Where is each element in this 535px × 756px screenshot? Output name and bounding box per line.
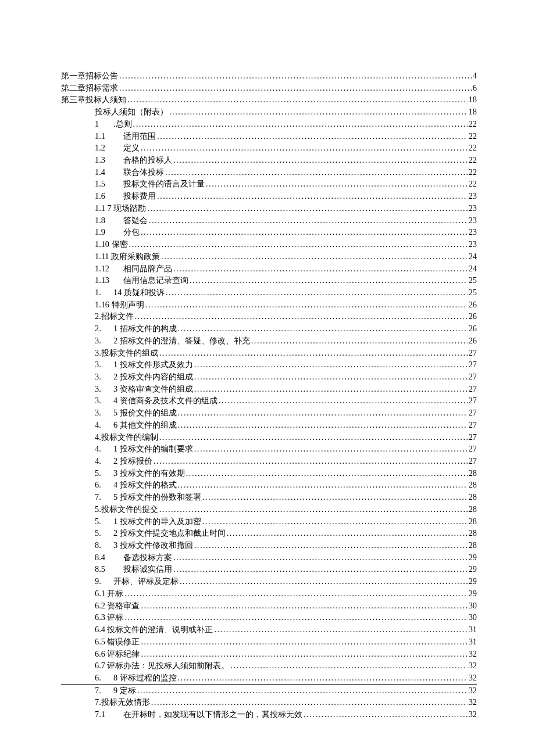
toc-number: 9. — [95, 575, 113, 587]
toc-leader-dots — [190, 274, 468, 286]
toc-leader-dots — [137, 685, 468, 697]
toc-page-number: 28 — [469, 503, 477, 515]
toc-title: 第三章投标人须知 — [61, 94, 126, 106]
toc-title: 2 投标文件内容的组成 — [113, 371, 193, 383]
toc-leader-dots — [219, 395, 468, 407]
toc-title: 投标费用 — [123, 190, 156, 202]
toc-number: 2.招标文件 — [95, 310, 134, 323]
toc-page-number: 32 — [469, 685, 477, 697]
toc-title: 分包 — [123, 226, 140, 238]
table-of-contents: 第一章招标公告4第二章招标需求6第三章投标人须知18投标人须知（附表）181.总… — [61, 70, 477, 721]
toc-page-number: 28 — [469, 515, 477, 528]
toc-number: 1.9 — [95, 226, 123, 238]
toc-number: 6. — [95, 672, 113, 684]
toc-leader-dots — [124, 611, 467, 624]
toc-row: 投标人须知（附表）18 — [61, 106, 477, 118]
toc-row: 1.5投标文件的语言及计量22 — [61, 178, 477, 190]
toc-leader-dots — [178, 479, 468, 491]
toc-number: 4. — [95, 455, 113, 467]
toc-leader-dots — [173, 263, 468, 275]
toc-leader-dots — [147, 202, 468, 214]
toc-row: 4.2 投标报价27 — [61, 455, 477, 467]
toc-row: 1.11 政府采购政策24 — [61, 250, 477, 263]
toc-row: 3.2 投标文件内容的组成27 — [61, 371, 477, 383]
toc-page-number: 30 — [469, 611, 477, 624]
toc-row: 6.5 错误修正31 — [61, 636, 477, 648]
toc-row: 1.总则22 — [61, 118, 477, 130]
toc-leader-dots — [173, 551, 468, 564]
toc-leader-dots — [304, 708, 468, 721]
toc-page-number: 27 — [469, 347, 477, 359]
toc-row: 3.3 资格审查文件的组成27 — [61, 383, 477, 395]
toc-title: 1 投标文件形式及效力 — [113, 359, 193, 371]
toc-page-number: 22 — [469, 154, 477, 166]
toc-leader-dots — [145, 299, 468, 311]
toc-page-number: 25 — [469, 286, 477, 299]
toc-page-number: 22 — [469, 178, 477, 190]
toc-number: 2. — [95, 323, 113, 335]
toc-page-number: 24 — [469, 250, 477, 263]
toc-number: 5. — [95, 467, 113, 479]
toc-page-number: 27 — [469, 359, 477, 371]
toc-title: 4 资信商务及技术文件的组成 — [113, 395, 217, 407]
toc-leader-dots — [202, 491, 468, 503]
toc-row: 6.3 评标30 — [61, 611, 477, 624]
toc-leader-dots — [129, 238, 468, 250]
toc-number: 1.3 — [95, 154, 123, 166]
toc-row: 5.2 投标文件提交地点和截止时间28 — [61, 527, 477, 539]
toc-number: 6.3 评标 — [95, 611, 123, 624]
toc-row: 1.6投标费用23 — [61, 190, 477, 202]
toc-leader-dots — [133, 118, 468, 130]
toc-leader-dots — [159, 347, 468, 359]
toc-page-number: 30 — [469, 600, 477, 612]
toc-row: 1.9分包23 — [61, 226, 477, 238]
toc-leader-dots — [141, 226, 468, 238]
toc-title: .总则 — [113, 118, 132, 130]
toc-page-number: 23 — [469, 202, 477, 214]
toc-title: 6 其他文件的组成 — [113, 419, 177, 431]
toc-number: 6.6 评标纪律 — [95, 648, 140, 660]
toc-number: 3.投标文件的组成 — [95, 347, 158, 359]
toc-page-number: 27 — [469, 443, 477, 455]
toc-page-number: 26 — [469, 299, 477, 311]
toc-page-number: 27 — [469, 407, 477, 419]
toc-number: 5. — [95, 515, 113, 528]
toc-leader-dots — [141, 648, 467, 660]
toc-title: 在开标时，如发现有以下情形之一的，其投标无效 — [123, 708, 302, 721]
toc-title: 3 投标文件修改和撤回 — [113, 539, 193, 551]
toc-number: 1.5 — [95, 178, 123, 190]
toc-number: 4. — [95, 419, 113, 431]
toc-leader-dots — [169, 106, 468, 118]
toc-leader-dots — [127, 94, 468, 106]
toc-row: 7.9 定标32 — [61, 685, 477, 697]
toc-row: 6.8 评标过程的监控32 — [61, 672, 477, 685]
toc-title: 2 招标文件的澄清、答疑、修改、补充 — [113, 335, 250, 347]
toc-number: 8.5 — [95, 563, 123, 575]
toc-page-number: 31 — [469, 624, 477, 636]
toc-page-number: 25 — [469, 274, 477, 286]
toc-page-number: 4 — [473, 70, 477, 82]
toc-leader-dots — [178, 407, 468, 419]
toc-leader-dots — [141, 142, 468, 154]
toc-title: 开标、评标及定标 — [113, 575, 179, 587]
toc-leader-dots — [173, 563, 468, 575]
toc-leader-dots — [194, 539, 468, 551]
toc-row: 1.1 7 现场踏勘23 — [61, 202, 477, 214]
toc-leader-dots — [214, 624, 467, 636]
toc-number: 1.11 政府采购政策 — [95, 250, 160, 263]
toc-page-number: 27 — [469, 371, 477, 383]
toc-title: 5 报价文件的组成 — [113, 407, 177, 419]
toc-number: 3. — [95, 335, 113, 347]
toc-row: 7.1在开标时，如发现有以下情形之一的，其投标无效32 — [61, 708, 477, 721]
toc-page-number: 32 — [469, 672, 477, 684]
toc-leader-dots — [206, 178, 468, 190]
toc-number: 6.5 错误修正 — [95, 636, 140, 648]
toc-page-number: 23 — [469, 190, 477, 202]
toc-number: 1.1 — [95, 130, 123, 142]
toc-leader-dots — [194, 443, 468, 455]
toc-row: 1.12 相同品牌产品24 — [61, 263, 477, 275]
toc-row: 1.1适用范围22 — [61, 130, 477, 142]
toc-title: 适用范围 — [123, 130, 156, 142]
toc-title: 5 投标文件的份数和签署 — [113, 491, 201, 503]
toc-page-number: 28 — [469, 479, 477, 491]
